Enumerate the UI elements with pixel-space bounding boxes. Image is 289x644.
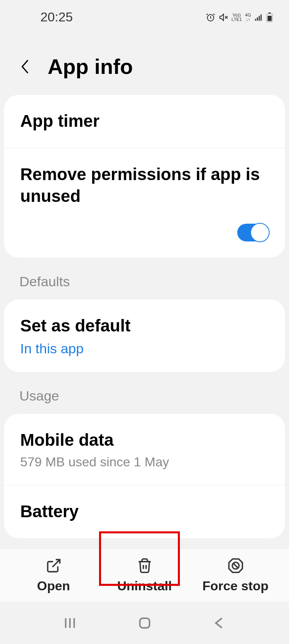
force-stop-button[interactable]: Force stop (195, 558, 276, 594)
usage-section-header: Usage (0, 372, 289, 414)
home-icon[interactable] (137, 616, 152, 630)
mobile-data-label: Mobile data (20, 429, 269, 451)
svg-rect-4 (261, 14, 262, 21)
page-title: App info (48, 55, 133, 79)
remove-permissions-label: Remove permissions if app is unused (20, 164, 269, 208)
app-timer-label: App timer (20, 110, 269, 132)
status-time: 20:25 (40, 10, 73, 25)
uninstall-label: Uninstall (117, 579, 172, 594)
mobile-data-sub: 579 MB used since 1 May (20, 455, 269, 470)
svg-rect-9 (140, 618, 150, 628)
mute-icon (219, 13, 228, 22)
back-icon[interactable] (19, 59, 32, 75)
status-bar: 20:25 Vo))LTE1 4G↓↑ (0, 0, 289, 26)
battery-icon (266, 13, 273, 22)
remove-permissions-row[interactable]: Remove permissions if app is unused (4, 148, 285, 212)
alarm-icon (206, 13, 215, 22)
page-header: App info (0, 26, 289, 95)
set-as-default-sub: In this app (20, 341, 269, 357)
battery-label: Battery (20, 501, 269, 523)
status-icons: Vo))LTE1 4G↓↑ (206, 13, 273, 22)
svg-rect-7 (268, 16, 272, 21)
toggle-knob (250, 223, 270, 242)
volte-icon: Vo))LTE1 (232, 13, 242, 22)
system-nav-bar (0, 602, 289, 644)
defaults-section-header: Defaults (0, 258, 289, 300)
battery-row[interactable]: Battery (4, 485, 285, 538)
usage-group: Mobile data 579 MB used since 1 May Batt… (4, 414, 285, 538)
svg-rect-2 (257, 17, 258, 21)
svg-rect-1 (255, 19, 256, 21)
defaults-group: Set as default In this app (4, 300, 285, 372)
open-label: Open (37, 579, 70, 594)
bottom-action-bar: Open Uninstall Force stop (0, 549, 289, 602)
uninstall-button[interactable]: Uninstall (104, 558, 185, 594)
open-icon (46, 558, 62, 574)
open-button[interactable]: Open (13, 558, 94, 594)
signal-icon (254, 13, 263, 22)
recents-icon[interactable] (63, 616, 77, 630)
back-nav-icon[interactable] (212, 616, 227, 630)
remove-permissions-toggle[interactable] (237, 224, 269, 241)
remove-permissions-toggle-row (4, 212, 285, 258)
trash-icon (137, 558, 153, 574)
set-as-default-label: Set as default (20, 315, 269, 337)
svg-rect-3 (259, 16, 260, 21)
force-stop-label: Force stop (203, 579, 269, 594)
stop-icon (228, 558, 244, 574)
network-4g-icon: 4G↓↑ (245, 13, 251, 22)
mobile-data-row[interactable]: Mobile data 579 MB used since 1 May (4, 414, 285, 485)
set-as-default-row[interactable]: Set as default In this app (4, 300, 285, 372)
settings-group-1: App timer Remove permissions if app is u… (4, 95, 285, 258)
app-timer-row[interactable]: App timer (4, 95, 285, 148)
